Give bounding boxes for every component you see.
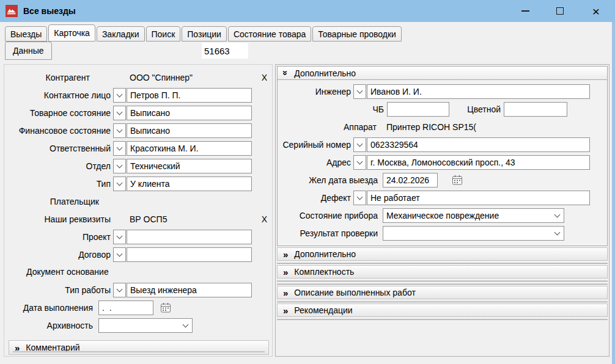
section-opisanie-rabot-title: Описание выполненных работ [294,288,415,297]
type-dropdown-button[interactable] [113,177,126,191]
fin-state-dropdown-button[interactable] [113,123,126,138]
chevron-down-icon [117,144,123,150]
fin-state-input[interactable] [127,123,252,138]
tab-zakladki[interactable]: Закладки [97,26,145,42]
section-opisanie-rabot-header[interactable]: » Описание выполненных работ [277,286,608,299]
work-type-row: Тип работы [4,281,272,299]
work-type-input[interactable] [127,283,252,297]
expand-section-icon: » [283,268,288,277]
goods-state-input[interactable] [127,106,252,120]
section-rekomendacii-header[interactable]: » Рекомендации [277,304,608,317]
responsible-input[interactable] [127,141,252,156]
section-komplektnost-header[interactable]: » Комплектность [277,265,608,278]
department-dropdown-button[interactable] [113,159,126,173]
comment-section-header[interactable]: » Комментарий [9,340,269,355]
section-rekomendacii-title: Рекомендации [294,305,352,315]
exec-date-input[interactable] [98,300,153,315]
serial-label: Серийный номер [281,140,353,150]
contragent-clear-icon[interactable]: X [262,73,267,82]
device-state-row: Состояние прибора Механическое поврежден… [281,206,590,224]
chevron-down-icon [554,211,561,217]
exec-date-label: Дата выполнения [4,303,96,313]
project-row: Проект [4,228,272,246]
splitter[interactable] [277,261,608,264]
goods-state-dropdown-button[interactable] [113,106,126,120]
tab-vyezdy[interactable]: Выезды [5,26,47,42]
tab-kartochka[interactable]: Карточка [48,24,95,42]
fin-state-label: Финансовое состояние [4,126,113,136]
responsible-row: Ответственный [4,139,272,157]
contract-row: Договор [4,246,272,263]
type-label: Тип [4,179,113,189]
chevron-down-icon [357,158,363,164]
document-number-field[interactable] [202,43,248,59]
desired-date-calendar-icon[interactable] [451,174,463,186]
responsible-label: Ответственный [4,144,113,153]
tab-tovarnye-provodki[interactable]: Товарные проводки [312,26,402,42]
chevron-down-icon [554,229,561,235]
archive-select[interactable] [98,318,193,333]
splitter[interactable] [277,282,608,285]
section-dopolnitelno2-header[interactable]: » Дополнительно [277,247,608,261]
contact-person-label: Контактное лицо [4,90,113,100]
section-dopolnitelno-body: Инженер ЧБ Цветной Аппарат Принтер RICOH… [278,80,607,246]
address-label: Адрес [281,158,353,167]
splitter[interactable] [277,318,608,320]
engineer-dropdown-button[interactable] [353,84,366,99]
chevron-down-icon [117,126,123,133]
splitter[interactable] [277,300,608,302]
desired-date-label: Жел дата выезда [281,175,380,185]
type-input[interactable] [127,177,252,191]
defect-input[interactable] [367,191,590,205]
department-label: Отдел [4,161,113,171]
requisites-clear-icon[interactable]: X [262,214,267,224]
tab-dannye[interactable]: Данные [5,42,52,60]
defect-row: Дефект [281,189,590,206]
tab-sostoyanie-tovara[interactable]: Состояние товара [228,26,311,42]
close-button[interactable]: × [588,0,604,22]
chevron-down-icon [117,250,123,257]
goods-state-row: Товарное состояние [4,104,272,122]
address-dropdown-button[interactable] [353,155,366,170]
device-state-value: Механическое повреждение [386,211,499,220]
splitter[interactable] [277,279,608,282]
chevron-down-icon [357,140,363,147]
serial-dropdown-button[interactable] [353,137,366,152]
maximize-icon [556,7,564,15]
tab-poisk[interactable]: Поиск [146,26,181,42]
bw-label: ЧБ [281,104,386,114]
contragent-row: Контрагент ООО "Спиннер" X [4,68,272,86]
section-dopolnitelno-header[interactable]: » Дополнительно [278,67,607,80]
responsible-dropdown-button[interactable] [113,141,126,156]
serial-input[interactable] [367,137,590,152]
chevron-down-icon [117,233,123,239]
contract-label: Договор [4,250,113,260]
tab-bar: Выезды Карточка Закладки Поиск Позиции С… [5,24,402,42]
goods-state-label: Товарное состояние [4,108,113,118]
project-input[interactable] [127,230,252,244]
bw-input[interactable] [387,102,449,117]
address-input[interactable] [367,155,590,170]
engineer-input[interactable] [367,84,590,99]
desired-date-input[interactable] [383,173,438,187]
maximize-button[interactable] [552,0,568,22]
contract-dropdown-button[interactable] [113,247,126,262]
exec-date-calendar-icon[interactable] [160,302,172,314]
contact-person-input[interactable] [127,88,252,103]
device-state-select[interactable]: Механическое повреждение [383,208,564,223]
requisites-value: ВР ОСП5 [130,214,167,224]
tab-pozicii[interactable]: Позиции [182,26,227,42]
check-result-select[interactable] [383,226,564,241]
contact-person-dropdown-button[interactable] [113,88,126,103]
work-type-dropdown-button[interactable] [113,283,126,297]
contract-input[interactable] [127,247,252,262]
department-input[interactable] [127,159,252,173]
defect-dropdown-button[interactable] [353,191,366,205]
serial-row: Серийный номер [281,136,590,153]
minimize-button[interactable] [517,0,533,22]
project-dropdown-button[interactable] [113,230,126,244]
color-input[interactable] [504,102,567,117]
base-doc-row: Документ основание [4,263,272,281]
section-komplektnost-title: Комплектность [294,267,354,277]
app-logo-icon [6,5,18,17]
